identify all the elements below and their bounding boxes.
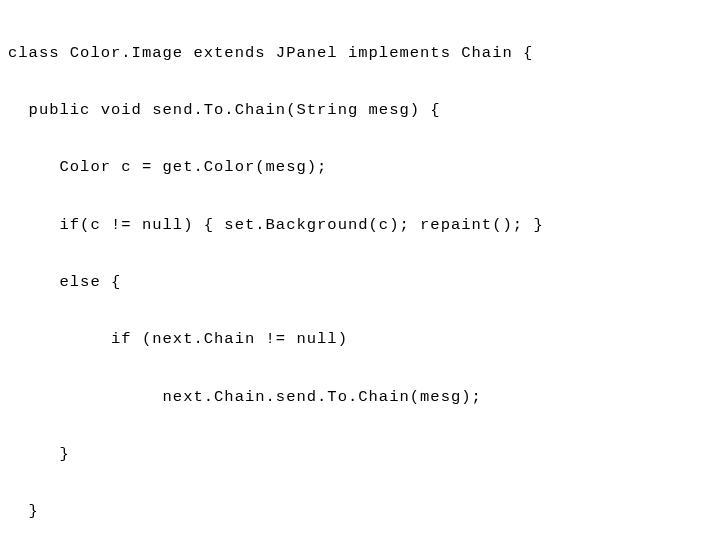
code-line: if(c != null) { set.Background(c); repai… (8, 211, 712, 240)
code-line: public void send.To.Chain(String mesg) { (8, 96, 712, 125)
code-block: class Color.Image extends JPanel impleme… (8, 10, 712, 540)
code-line: next.Chain.send.To.Chain(mesg); (8, 383, 712, 412)
code-line: class Color.Image extends JPanel impleme… (8, 39, 712, 68)
code-line: if (next.Chain != null) (8, 325, 712, 354)
code-line: } (8, 440, 712, 469)
code-line: else { (8, 268, 712, 297)
code-line: } (8, 497, 712, 526)
code-line: Color c = get.Color(mesg); (8, 153, 712, 182)
